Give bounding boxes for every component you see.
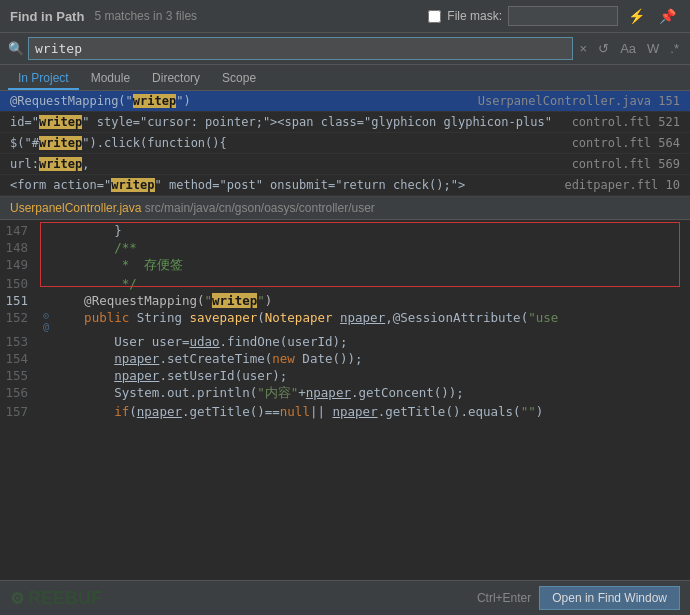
code-line: 156 System.out.println("内容"+npaper.getCo… <box>0 384 690 403</box>
line-number: 149 <box>0 257 38 272</box>
regex-btn[interactable]: .* <box>667 39 682 58</box>
search-input[interactable] <box>28 37 573 60</box>
result-row[interactable]: @RequestMapping("writep") UserpanelContr… <box>0 91 690 112</box>
line-content: System.out.println("内容"+npaper.getConcen… <box>54 385 690 402</box>
pin-icon-btn[interactable]: 📌 <box>655 6 680 26</box>
line-number: 154 <box>0 351 38 366</box>
result-row[interactable]: id="writep" style="cursor: pointer;"><sp… <box>0 112 690 133</box>
result-file: control.ftl 569 <box>572 157 680 171</box>
tab-module[interactable]: Module <box>81 68 140 90</box>
code-line: 153 User user=udao.findOne(userId); <box>0 333 690 350</box>
result-content: id="writep" style="cursor: pointer;"><sp… <box>10 115 562 129</box>
search-actions: × ↺ Aa W .* <box>577 39 682 58</box>
line-number: 152 <box>0 310 38 325</box>
result-file: editpaper.ftl 10 <box>564 178 680 192</box>
result-row[interactable]: <form action="writep" method="post" onsu… <box>0 175 690 196</box>
line-number: 156 <box>0 385 38 400</box>
whole-word-btn[interactable]: W <box>644 39 662 58</box>
line-number: 150 <box>0 276 38 291</box>
find-in-path-dialog: Find in Path 5 matches in 3 files File m… <box>0 0 690 615</box>
result-content: @RequestMapping("writep") <box>10 94 468 108</box>
refresh-btn[interactable]: ↺ <box>595 39 612 58</box>
line-content: npaper.setCreateTime(new Date()); <box>54 351 690 366</box>
code-line: 157 if(npaper.getTitle()==null|| npaper.… <box>0 403 690 420</box>
file-mask-checkbox[interactable] <box>428 10 441 23</box>
result-row[interactable]: $("#writep").click(function(){ control.f… <box>0 133 690 154</box>
line-content: } <box>54 223 690 238</box>
result-file: control.ftl 521 <box>572 115 680 129</box>
line-number: 147 <box>0 223 38 238</box>
file-mask-label: File mask: <box>447 9 502 23</box>
bottom-bar: ⚙ REEBUF Ctrl+Enter Open in Find Window <box>0 580 690 615</box>
filter-icon-btn[interactable]: ⚡ <box>624 6 649 26</box>
line-content: public String savepaper(Notepaper npaper… <box>54 310 690 325</box>
code-preview: UserpanelController.java src/main/java/c… <box>0 196 690 422</box>
line-number: 148 <box>0 240 38 255</box>
line-content: */ <box>54 276 690 291</box>
line-number: 155 <box>0 368 38 383</box>
preview-filepath: src/main/java/cn/gson/oasys/controller/u… <box>145 201 375 215</box>
tab-directory[interactable]: Directory <box>142 68 210 90</box>
line-content: npaper.setUserId(user); <box>54 368 690 383</box>
line-number: 153 <box>0 334 38 349</box>
gutter: ⊙ @ <box>38 310 54 332</box>
line-content: if(npaper.getTitle()==null|| npaper.getT… <box>54 404 690 419</box>
logo-text: REEBUF <box>28 588 102 609</box>
result-content: url:writep, <box>10 157 562 171</box>
result-file: control.ftl 564 <box>572 136 680 150</box>
result-file: UserpanelController.java 151 <box>478 94 680 108</box>
file-mask-area: File mask: ⚡ 📌 <box>428 6 680 26</box>
code-area: 147 } 148 /** 149 * 存便签 150 <box>0 220 690 422</box>
tabs-row: In Project Module Directory Scope <box>0 65 690 91</box>
line-number: 157 <box>0 404 38 419</box>
code-line: 152 ⊙ @ public String savepaper(Notepape… <box>0 309 690 333</box>
code-line: 148 /** <box>0 239 690 256</box>
line-content: * 存便签 <box>54 257 690 274</box>
shortcut-hint: Ctrl+Enter <box>477 591 531 605</box>
results-list: @RequestMapping("writep") UserpanelContr… <box>0 91 690 196</box>
line-content: /** <box>54 240 690 255</box>
bottom-right-actions: Ctrl+Enter Open in Find Window <box>477 586 680 610</box>
line-content: @RequestMapping("writep") <box>54 293 690 308</box>
match-count: 5 matches in 3 files <box>94 9 197 23</box>
preview-filename: UserpanelController.java <box>10 201 141 215</box>
case-sensitive-btn[interactable]: Aa <box>617 39 639 58</box>
top-bar: Find in Path 5 matches in 3 files File m… <box>0 0 690 33</box>
result-content: $("#writep").click(function(){ <box>10 136 562 150</box>
gear-icon: ⚙ <box>10 589 24 608</box>
code-line: 155 npaper.setUserId(user); <box>0 367 690 384</box>
code-line: 147 } <box>0 222 690 239</box>
code-line: 149 * 存便签 <box>0 256 690 275</box>
search-row: 🔍 × ↺ Aa W .* <box>0 33 690 65</box>
code-line: 154 npaper.setCreateTime(new Date()); <box>0 350 690 367</box>
line-number: 151 <box>0 293 38 308</box>
result-row[interactable]: url:writep, control.ftl 569 <box>0 154 690 175</box>
tab-scope[interactable]: Scope <box>212 68 266 90</box>
tab-in-project[interactable]: In Project <box>8 68 79 90</box>
preview-header: UserpanelController.java src/main/java/c… <box>0 197 690 220</box>
open-in-find-window-btn[interactable]: Open in Find Window <box>539 586 680 610</box>
code-line: 150 */ <box>0 275 690 292</box>
code-line: 151 @RequestMapping("writep") <box>0 292 690 309</box>
file-mask-input[interactable] <box>508 6 618 26</box>
search-icon: 🔍 <box>8 41 24 56</box>
dialog-title: Find in Path <box>10 9 84 24</box>
reebuf-logo: ⚙ REEBUF <box>10 588 102 609</box>
clear-search-btn[interactable]: × <box>577 39 591 58</box>
line-content: User user=udao.findOne(userId); <box>54 334 690 349</box>
result-content: <form action="writep" method="post" onsu… <box>10 178 554 192</box>
